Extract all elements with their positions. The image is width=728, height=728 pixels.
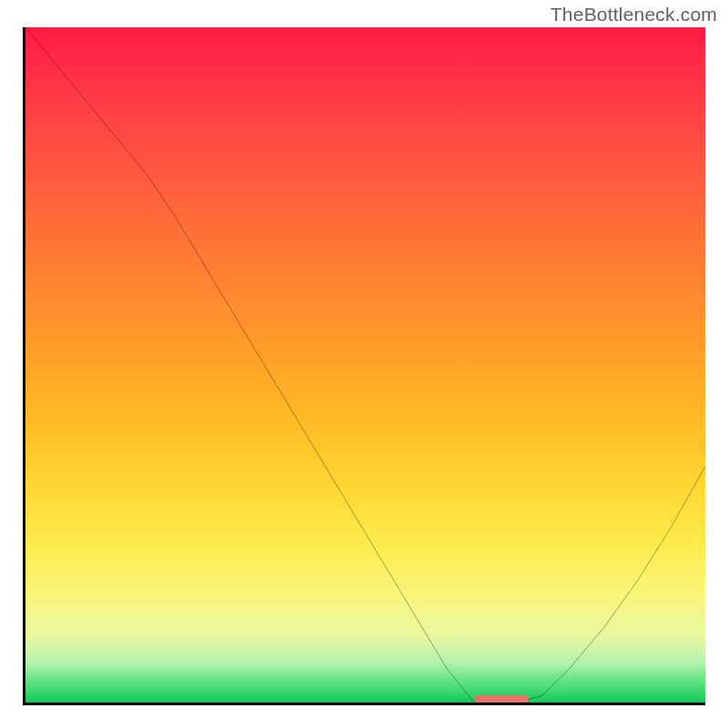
target-marker: [25, 27, 705, 703]
svg-rect-0: [474, 694, 529, 703]
watermark-text: TheBottleneck.com: [551, 4, 717, 25]
chart-container: TheBottleneck.com: [0, 0, 728, 728]
plot-area: [23, 27, 705, 705]
